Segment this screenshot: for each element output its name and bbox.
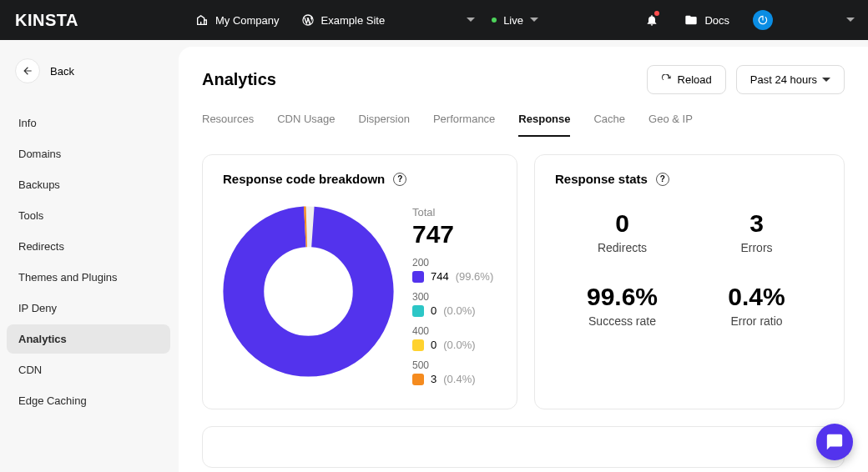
sidebar-item-domains[interactable]: Domains bbox=[7, 139, 170, 168]
content-area: Analytics Reload Past 24 hours Resources… bbox=[179, 47, 868, 472]
sidebar: Back Info Domains Backups Tools Redirect… bbox=[0, 40, 179, 472]
docs-label: Docs bbox=[704, 14, 729, 27]
timeframe-filter[interactable]: Past 24 hours bbox=[736, 65, 845, 94]
wordpress-icon bbox=[301, 13, 315, 27]
stat-value: 99.6% bbox=[555, 283, 689, 311]
stat-value: 0 bbox=[555, 209, 689, 238]
arrow-left-icon bbox=[22, 65, 33, 77]
env-label: Live bbox=[503, 14, 523, 27]
help-icon[interactable]: ? bbox=[656, 173, 669, 186]
card-response-breakdown: Response code breakdown ? bbox=[202, 154, 517, 409]
swatch-icon bbox=[412, 271, 424, 283]
legend-500: 500 3 (0.4%) bbox=[412, 359, 493, 385]
stat-label: Redirects bbox=[555, 241, 689, 254]
legend-code: 200 bbox=[412, 257, 493, 269]
stat-value: 3 bbox=[689, 209, 824, 238]
stat-error-ratio: 0.4% Error ratio bbox=[689, 283, 824, 328]
folder-icon bbox=[684, 13, 698, 27]
stat-errors: 3 Errors bbox=[689, 209, 824, 254]
chat-launcher[interactable] bbox=[816, 424, 853, 460]
company-switcher[interactable]: My Company bbox=[195, 13, 280, 27]
chevron-down-icon bbox=[822, 78, 830, 83]
chevron-down-icon bbox=[530, 18, 538, 23]
back-label: Back bbox=[50, 65, 74, 78]
status-dot-icon bbox=[492, 18, 497, 23]
tab-resources[interactable]: Resources bbox=[202, 113, 254, 137]
chevron-down-icon bbox=[467, 18, 475, 23]
legend-value: 0 bbox=[431, 339, 437, 351]
legend-pct: (0.0%) bbox=[443, 339, 475, 351]
tab-dispersion[interactable]: Dispersion bbox=[359, 113, 410, 137]
sidebar-item-redirects[interactable]: Redirects bbox=[7, 232, 170, 261]
legend-value: 3 bbox=[431, 373, 437, 385]
sidebar-item-themes[interactable]: Themes and Plugins bbox=[7, 263, 170, 292]
chevron-down-icon bbox=[846, 18, 855, 23]
stat-redirects: 0 Redirects bbox=[555, 209, 689, 254]
reload-label: Reload bbox=[678, 73, 712, 86]
sidebar-item-ipdeny[interactable]: IP Deny bbox=[7, 294, 170, 323]
tabs: Resources CDN Usage Dispersion Performan… bbox=[202, 113, 845, 138]
help-icon[interactable]: ? bbox=[393, 173, 406, 186]
swatch-icon bbox=[412, 339, 424, 351]
legend-200: 200 744 (99.6%) bbox=[412, 257, 493, 283]
timeframe-label: Past 24 hours bbox=[750, 73, 817, 86]
stat-label: Success rate bbox=[555, 314, 689, 328]
notifications-button[interactable] bbox=[643, 11, 661, 29]
card-title-stats: Response stats bbox=[555, 172, 648, 186]
company-name: My Company bbox=[215, 14, 280, 27]
topbar: KINSTA My Company Example Site Live Docs bbox=[0, 0, 868, 40]
swatch-icon bbox=[412, 305, 424, 317]
avatar bbox=[753, 10, 773, 30]
sidebar-item-cdn[interactable]: CDN bbox=[7, 355, 170, 384]
sidebar-item-info[interactable]: Info bbox=[7, 108, 170, 138]
donut-chart bbox=[223, 206, 394, 380]
total-label: Total bbox=[412, 206, 493, 218]
tab-geo-ip[interactable]: Geo & IP bbox=[648, 113, 693, 137]
sidebar-item-tools[interactable]: Tools bbox=[7, 201, 170, 230]
legend-pct: (0.0%) bbox=[443, 304, 475, 317]
chat-icon bbox=[825, 433, 844, 451]
sidebar-item-analytics[interactable]: Analytics bbox=[7, 324, 170, 354]
legend-code: 300 bbox=[412, 291, 493, 303]
site-name: Example Site bbox=[321, 14, 386, 27]
bell-icon bbox=[645, 13, 659, 27]
company-icon bbox=[195, 13, 209, 27]
stat-label: Errors bbox=[689, 241, 824, 254]
site-switcher[interactable]: Example Site bbox=[301, 13, 476, 27]
swatch-icon bbox=[412, 374, 424, 385]
sidebar-item-backups[interactable]: Backups bbox=[7, 170, 170, 199]
legend-code: 500 bbox=[412, 359, 493, 371]
legend-pct: (99.6%) bbox=[456, 270, 494, 283]
tab-cache[interactable]: Cache bbox=[593, 113, 625, 137]
tab-response[interactable]: Response bbox=[518, 113, 570, 137]
tab-cdn-usage[interactable]: CDN Usage bbox=[277, 113, 335, 137]
reload-button[interactable]: Reload bbox=[647, 65, 726, 94]
user-menu[interactable] bbox=[753, 10, 855, 30]
power-icon bbox=[757, 14, 769, 26]
back-button[interactable] bbox=[15, 58, 40, 83]
legend-400: 400 0 (0.0%) bbox=[412, 325, 493, 351]
card-title-breakdown: Response code breakdown bbox=[223, 172, 385, 186]
chart-legend: Total 747 200 744 (99.6%) 300 bbox=[412, 206, 493, 385]
legend-value: 744 bbox=[431, 270, 449, 283]
page-title: Analytics bbox=[202, 70, 276, 89]
legend-300: 300 0 (0.0%) bbox=[412, 291, 493, 317]
total-value: 747 bbox=[412, 220, 493, 249]
reload-icon bbox=[661, 74, 673, 86]
env-switcher[interactable]: Live bbox=[492, 14, 538, 27]
legend-value: 0 bbox=[431, 304, 437, 317]
brand-logo: KINSTA bbox=[15, 11, 78, 30]
stat-value: 0.4% bbox=[689, 283, 824, 311]
sidebar-item-edge[interactable]: Edge Caching bbox=[7, 386, 170, 415]
legend-pct: (0.4%) bbox=[443, 373, 475, 385]
docs-link[interactable]: Docs bbox=[684, 13, 729, 27]
tab-performance[interactable]: Performance bbox=[433, 113, 495, 137]
card-placeholder bbox=[202, 426, 845, 468]
card-response-stats: Response stats ? 0 Redirects 3 Errors 99… bbox=[534, 154, 845, 409]
legend-code: 400 bbox=[412, 325, 493, 337]
stat-label: Error ratio bbox=[689, 314, 824, 328]
stat-success-rate: 99.6% Success rate bbox=[555, 283, 689, 328]
